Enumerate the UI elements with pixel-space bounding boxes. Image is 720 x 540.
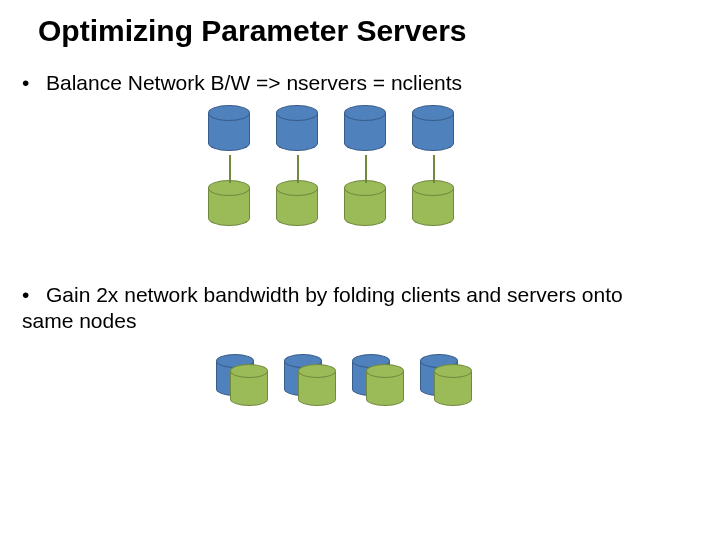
bullet-dot-icon: • <box>22 282 46 308</box>
client-cylinder-icon <box>208 180 250 230</box>
slide-title: Optimizing Parameter Servers <box>38 14 467 48</box>
bullet-dot-icon: • <box>22 70 46 96</box>
connector-line-icon <box>433 155 435 183</box>
client-cylinder-icon <box>412 180 454 230</box>
client-cylinder-icon <box>276 180 318 230</box>
client-cylinder-icon <box>298 364 336 410</box>
server-cylinder-icon <box>344 105 386 155</box>
bullet-1-text: Balance Network B/W => nservers = nclien… <box>46 71 462 94</box>
client-cylinder-icon <box>230 364 268 410</box>
server-cylinder-icon <box>208 105 250 155</box>
connector-line-icon <box>365 155 367 183</box>
client-cylinder-icon <box>434 364 472 410</box>
bullet-2-text: Gain 2x network bandwidth by folding cli… <box>22 283 623 332</box>
connector-line-icon <box>229 155 231 183</box>
slide: Optimizing Parameter Servers •Balance Ne… <box>0 0 720 540</box>
client-cylinder-icon <box>344 180 386 230</box>
server-cylinder-icon <box>276 105 318 155</box>
server-cylinder-icon <box>412 105 454 155</box>
client-cylinder-icon <box>366 364 404 410</box>
bullet-2: •Gain 2x network bandwidth by folding cl… <box>22 282 662 335</box>
bullet-1: •Balance Network B/W => nservers = nclie… <box>22 70 462 96</box>
connector-line-icon <box>297 155 299 183</box>
